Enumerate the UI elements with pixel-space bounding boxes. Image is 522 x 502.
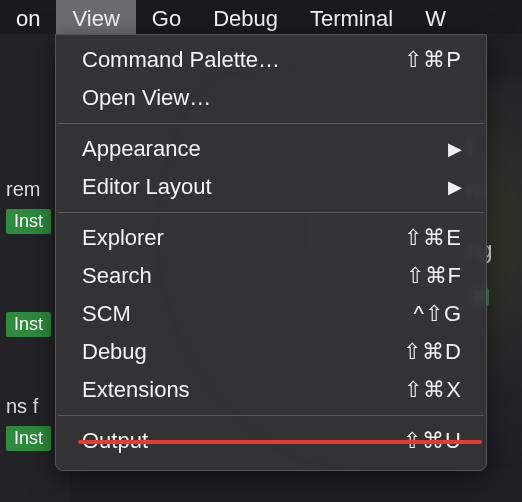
menubar: on View Go Debug Terminal W <box>0 0 522 34</box>
menu-shortcut: ⇧⌘F <box>406 263 462 289</box>
menu-extensions[interactable]: Extensions ⇧⌘X <box>56 371 486 409</box>
install-badge[interactable]: Inst <box>6 209 51 234</box>
menu-open-view[interactable]: Open View… <box>56 79 486 117</box>
menubar-item-view[interactable]: View <box>56 0 135 34</box>
menu-label: Debug <box>82 339 403 365</box>
view-menu-dropdown: Command Palette… ⇧⌘P Open View… Appearan… <box>55 34 487 471</box>
menubar-item-debug[interactable]: Debug <box>197 0 294 34</box>
menu-separator <box>58 123 484 124</box>
menu-label: Explorer <box>82 225 404 251</box>
chevron-right-icon: ▶ <box>448 176 462 198</box>
menu-editor-layout[interactable]: Editor Layout ▶ <box>56 168 486 206</box>
chevron-right-icon: ▶ <box>448 138 462 160</box>
menu-explorer[interactable]: Explorer ⇧⌘E <box>56 219 486 257</box>
menu-appearance[interactable]: Appearance ▶ <box>56 130 486 168</box>
menu-debug[interactable]: Debug ⇧⌘D <box>56 333 486 371</box>
menu-shortcut: ⇧⌘E <box>404 225 462 251</box>
menu-label: Appearance <box>82 136 448 162</box>
menu-shortcut: ^⇧G <box>414 301 462 327</box>
menu-label: SCM <box>82 301 414 327</box>
menu-label: Command Palette… <box>82 47 404 73</box>
menu-separator <box>58 212 484 213</box>
menu-label: Open View… <box>82 85 462 111</box>
menu-label: Search <box>82 263 406 289</box>
menu-command-palette[interactable]: Command Palette… ⇧⌘P <box>56 41 486 79</box>
menu-separator <box>58 415 484 416</box>
menubar-item-fragment[interactable]: on <box>0 0 56 34</box>
install-badge[interactable]: Inst <box>6 426 51 451</box>
annotation-underline <box>78 440 482 444</box>
install-badge[interactable]: Inst <box>6 312 51 337</box>
menubar-item-go[interactable]: Go <box>136 0 197 34</box>
menubar-item-fragment[interactable]: W <box>409 0 462 34</box>
menu-shortcut: ⇧⌘X <box>404 377 462 403</box>
menu-label: Extensions <box>82 377 404 403</box>
menu-label: Editor Layout <box>82 174 448 200</box>
menu-shortcut: ⇧⌘D <box>403 339 462 365</box>
menubar-item-terminal[interactable]: Terminal <box>294 0 409 34</box>
menu-search[interactable]: Search ⇧⌘F <box>56 257 486 295</box>
menu-shortcut: ⇧⌘P <box>404 47 462 73</box>
menu-scm[interactable]: SCM ^⇧G <box>56 295 486 333</box>
